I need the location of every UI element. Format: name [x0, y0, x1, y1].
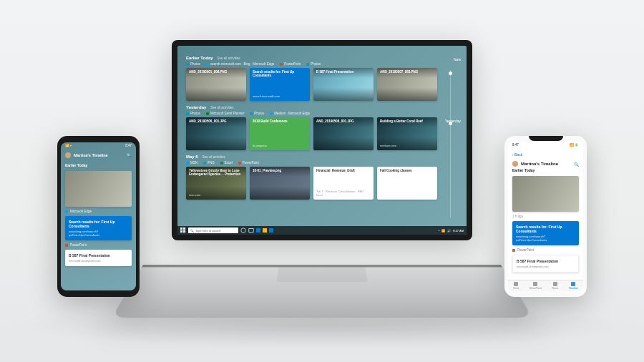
android-statusbar: 📶 ▪8:47 [61, 142, 136, 149]
section-heading: Earlier Today [61, 162, 136, 169]
section-heading: May 6See all activities [186, 155, 458, 159]
activity-card[interactable]: AND_20190506_001.JPG [186, 117, 246, 150]
activity-card-search[interactable]: Search results for: First Up Consultants… [512, 221, 579, 245]
avatar[interactable] [65, 152, 71, 158]
cortana-icon[interactable] [240, 228, 246, 233]
search-icon[interactable]: 🔍 [127, 153, 132, 157]
activity-card[interactable]: 2019 Build ConferenceIn progress [250, 117, 310, 150]
scroll-yesterday-label: Yesterday [445, 119, 461, 123]
ios-tab-bar: FeedSharePointNewsTimeline [508, 280, 583, 291]
activity-card[interactable]: Fall Cooking classes [377, 167, 437, 200]
activity-card-search[interactable]: Search results for: First Up Consultants… [65, 216, 132, 240]
activity-card-photo[interactable] [65, 171, 132, 207]
svg-rect-5 [249, 229, 253, 233]
see-all-link[interactable]: See all activities [210, 106, 233, 109]
search-icon[interactable]: 🔍 [574, 162, 579, 167]
windows-timeline: Earlier TodaySee all activitiesPhotossea… [177, 46, 467, 235]
laptop-device: Earlier TodaySee all activitiesPhotossea… [172, 40, 472, 343]
laptop-keyboard-deck [112, 265, 532, 318]
scroll-now-label: Now [439, 57, 461, 62]
timeline-scrollbar[interactable]: Now Yesterday [439, 57, 461, 220]
activity-card[interactable]: 10-01_Preview.png [250, 167, 310, 200]
scroll-node[interactable] [449, 72, 452, 75]
mail-icon[interactable] [269, 228, 273, 233]
tab-news[interactable]: News [552, 282, 558, 290]
avatar[interactable] [512, 161, 518, 167]
activity-card[interactable]: Search results for: First Up Consultants… [250, 68, 310, 101]
iphone-notch [529, 136, 563, 141]
section-heading: Earlier Today [508, 167, 583, 174]
app-labels-row: Photossearch.microsoft.com · Bing · Micr… [186, 62, 458, 66]
see-all-link[interactable]: See all activities [218, 57, 240, 60]
cards-row: AND_20190501_008.PNGSearch results for: … [186, 68, 458, 101]
taskbar-search[interactable]: 🔍Type here to search [188, 228, 238, 233]
see-all-link[interactable]: See all activities [203, 155, 225, 159]
cards-row: AND_20190506_001.JPG2019 Build Conferenc… [186, 117, 458, 150]
section-heading: Earlier TodaySee all activities [186, 56, 458, 60]
back-button[interactable]: ‹ Back [508, 148, 583, 161]
app-labels-row: PhotosMicrosoft Gantt PlannerPhotosMediu… [186, 112, 458, 115]
tab-timeline[interactable]: Timeline [569, 282, 578, 290]
time-ago-label: 1 h ago [508, 214, 583, 219]
android-header: Martina's Timeline 🔍 [61, 149, 136, 162]
edge-icon[interactable] [256, 228, 260, 233]
activity-card[interactable]: AND_20190501_008.PNG [186, 68, 246, 101]
system-tray[interactable]: ^📶🔊 8:47 AM [438, 229, 464, 233]
svg-rect-0 [180, 228, 182, 230]
svg-point-4 [241, 228, 245, 233]
activity-card[interactable]: Financial_Revenue_DraftTab 1 · Revenue C… [313, 167, 374, 200]
page-title: Martina's Timeline [74, 153, 108, 157]
app-label: PowerPoint [61, 243, 136, 248]
page-title: Martina's Timeline 🔍 [508, 161, 583, 167]
android-phone: 📶 ▪8:47 Martina's Timeline 🔍 Earlier Tod… [57, 136, 140, 297]
svg-rect-1 [183, 228, 185, 230]
tab-feed[interactable]: Feed [513, 282, 519, 290]
taskbar-time: 8:47 AM [453, 229, 464, 233]
explorer-icon[interactable] [263, 228, 267, 233]
activity-card[interactable]: Building a Better Coral Reefmedium.com [377, 117, 437, 150]
tab-sharepoint[interactable]: SharePoint [530, 282, 542, 290]
activity-card[interactable]: Yellowstone Grizzly Bear to Lose Endange… [186, 167, 246, 200]
app-label: PowerPoint [508, 248, 583, 253]
start-icon[interactable] [180, 228, 186, 233]
app-label: Microsoft Edge [61, 209, 136, 214]
windows-taskbar[interactable]: 🔍Type here to search ^📶🔊 8:47 AM [177, 226, 467, 235]
activity-card[interactable]: AND_20190506_001.JPG [313, 117, 374, 150]
activity-card-powerpoint[interactable]: B 587 Final Presentation microsoft.share… [65, 250, 132, 266]
iphone-screen: 8:47📶 🔋 ‹ Back Martina's Timeline 🔍 Earl… [508, 142, 583, 291]
task-view-icon[interactable] [248, 228, 254, 233]
activity-card-photo[interactable] [512, 176, 579, 212]
laptop-screen: Earlier TodaySee all activitiesPhotossea… [172, 40, 472, 240]
android-screen: 📶 ▪8:47 Martina's Timeline 🔍 Earlier Tod… [61, 142, 136, 290]
activity-card-powerpoint[interactable]: B 587 Final Presentation microsoft.share… [512, 255, 579, 273]
cards-row: Yellowstone Grizzly Bear to Lose Endange… [186, 167, 458, 200]
ios-statusbar: 8:47📶 🔋 [508, 142, 583, 148]
section-heading: YesterdaySee all activities [186, 105, 458, 109]
app-labels-row: MSNPNGExcelPowerPoint [186, 161, 458, 165]
activity-card[interactable]: B 587 Final Presentation [313, 68, 374, 101]
iphone-device: 8:47📶 🔋 ‹ Back Martina's Timeline 🔍 Earl… [504, 136, 587, 297]
svg-rect-2 [180, 230, 182, 233]
activity-card[interactable]: AND_20190507_083.PNG [377, 68, 437, 101]
svg-rect-3 [183, 230, 185, 233]
